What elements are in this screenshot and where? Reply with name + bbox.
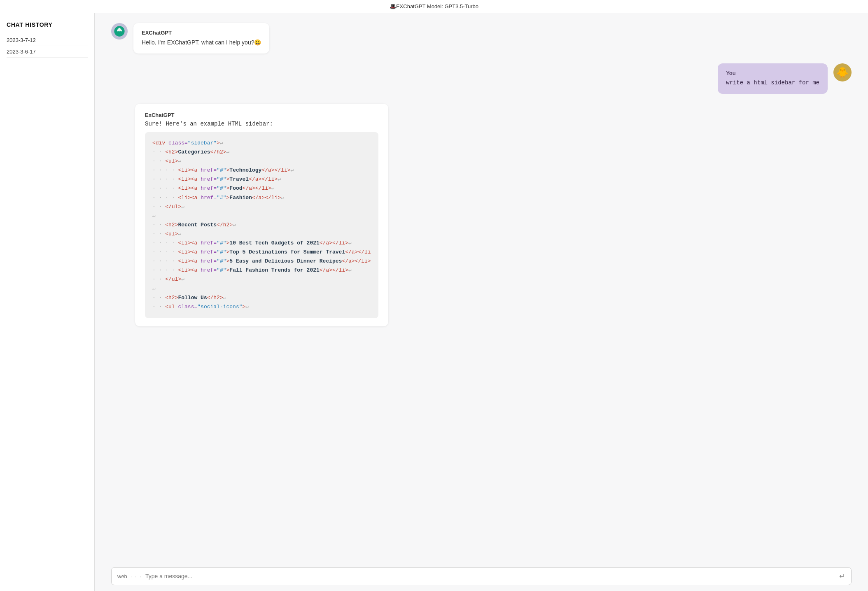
chat-input[interactable] <box>145 573 836 579</box>
bot-message-code: ExChatGPT Sure! Here's an example HTML s… <box>111 104 441 326</box>
code-line: · · <h2>Categories</h2>↵ <box>152 148 371 157</box>
input-dots: · · · <box>131 573 142 579</box>
user-sender-sidebar: You <box>726 70 819 76</box>
bot-avatar-greeting <box>111 23 128 40</box>
code-line: ↵ <box>152 284 371 293</box>
bot-code-bubble: ExChatGPT Sure! Here's an example HTML s… <box>135 104 388 326</box>
input-area: web · · · ↵ <box>95 563 868 591</box>
code-line: · · · · <li><a href="#">Top 5 Destinatio… <box>152 248 371 257</box>
sidebar-title: CHAT HISTORY <box>7 21 88 28</box>
messages-container: EXChatGPT Hello, I'm EXChatGPT, what can… <box>95 13 868 563</box>
code-intro: Sure! Here's an example HTML sidebar: <box>145 121 378 127</box>
user-message-sidebar: You write a html sidebar for me 🐥 <box>718 63 852 94</box>
bot-message-greeting: EXChatGPT Hello, I'm EXChatGPT, what can… <box>111 23 391 54</box>
sidebar-item-2023-3-7-12[interactable]: 2023-3-7-12 <box>7 35 88 46</box>
sidebar: CHAT HISTORY 2023-3-7-122023-3-6-17 <box>0 13 95 591</box>
code-line: · · <ul>↵ <box>152 230 371 239</box>
code-line: · · · · <li><a href="#">Fall Fashion Tre… <box>152 266 371 275</box>
sidebar-items-container: 2023-3-7-122023-3-6-17 <box>7 35 88 58</box>
svg-point-0 <box>118 31 119 32</box>
top-bar-label: 🎩EXChatGPT Model: GPT3.5-Turbo <box>390 3 478 9</box>
code-line: ↵ <box>152 212 371 221</box>
svg-point-1 <box>120 31 121 32</box>
code-line: · · · · <li><a href="#">Food</a></li>↵ <box>152 184 371 193</box>
code-block: <div class="sidebar">↵· · <h2>Categories… <box>145 132 378 318</box>
code-line: · · · · <li><a href="#">Fashion</a></li>… <box>152 193 371 202</box>
bot-text-greeting: Hello, I'm EXChatGPT, what can I help yo… <box>142 38 261 47</box>
user-bubble-sidebar: You write a html sidebar for me <box>718 63 828 94</box>
sidebar-item-2023-3-6-17[interactable]: 2023-3-6-17 <box>7 46 88 58</box>
code-line: · · <h2>Follow Us</h2>↵ <box>152 293 371 302</box>
main-layout: CHAT HISTORY 2023-3-7-122023-3-6-17 EXCh… <box>0 13 868 591</box>
code-line: · · · · <li><a href="#">Travel</a></li>↵ <box>152 175 371 184</box>
send-icon[interactable]: ↵ <box>839 572 845 581</box>
top-bar: 🎩EXChatGPT Model: GPT3.5-Turbo <box>0 0 868 13</box>
input-box[interactable]: web · · · ↵ <box>111 567 852 585</box>
input-label: web <box>117 573 127 579</box>
code-line: · · </ul>↵ <box>152 275 371 284</box>
user-text-sidebar: write a html sidebar for me <box>726 79 819 87</box>
chat-area: EXChatGPT Hello, I'm EXChatGPT, what can… <box>95 13 868 591</box>
code-line: · · · · <li><a href="#">10 Best Tech Gad… <box>152 239 371 248</box>
code-line: · · <h2>Recent Posts</h2>↵ <box>152 221 371 230</box>
user-avatar-sidebar: 🐥 <box>833 63 852 81</box>
code-line: · · · · <li><a href="#">Technology</a></… <box>152 166 371 175</box>
code-line: · · <ul class="social-icons">↵ <box>152 302 371 312</box>
code-line: · · <ul>↵ <box>152 157 371 166</box>
bot-bubble-greeting: EXChatGPT Hello, I'm EXChatGPT, what can… <box>133 23 269 54</box>
bot-sender-greeting: EXChatGPT <box>142 30 261 36</box>
bot-sender-code: ExChatGPT <box>145 112 378 118</box>
code-line: <div class="sidebar">↵ <box>152 139 371 148</box>
code-line: · · · · <li><a href="#">5 Easy and Delic… <box>152 257 371 266</box>
code-line: · · </ul>↵ <box>152 202 371 212</box>
